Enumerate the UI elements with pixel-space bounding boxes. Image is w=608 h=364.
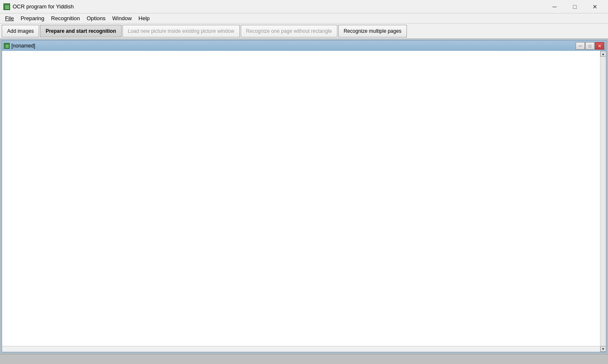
mdi-title-left: [nonamed] bbox=[4, 43, 35, 49]
scrollbar-right[interactable]: ▲ ▼ bbox=[600, 51, 606, 352]
mdi-title-bar: [nonamed] ─ □ ✕ bbox=[2, 41, 606, 51]
recognize-multiple-button[interactable]: Recognize multiple pages bbox=[338, 25, 407, 37]
mdi-window-controls: ─ □ ✕ bbox=[576, 42, 604, 50]
scroll-down-arrow[interactable]: ▼ bbox=[600, 346, 606, 352]
recognize-one-page-button[interactable]: Recognize one page without rectangle bbox=[241, 25, 337, 37]
mdi-restore-button[interactable]: □ bbox=[585, 42, 595, 50]
mdi-window-title: [nonamed] bbox=[11, 43, 35, 49]
mdi-close-button[interactable]: ✕ bbox=[595, 42, 604, 50]
close-button[interactable]: ✕ bbox=[585, 1, 605, 13]
menu-help[interactable]: Help bbox=[135, 14, 153, 22]
maximize-button[interactable]: □ bbox=[565, 1, 584, 13]
prepare-start-button[interactable]: Prepare and start recognition bbox=[40, 25, 121, 37]
menu-window[interactable]: Window bbox=[109, 14, 135, 22]
title-bar-left: OCR program for Yiddish bbox=[3, 3, 74, 10]
mdi-minimize-button[interactable]: ─ bbox=[576, 42, 585, 50]
mdi-content: ▲ ▼ bbox=[2, 51, 606, 352]
menu-recognition[interactable]: Recognition bbox=[48, 14, 83, 22]
mdi-window-icon bbox=[4, 43, 10, 49]
toolbar: Add images Prepare and start recognition… bbox=[0, 24, 608, 39]
menu-bar: File Preparing Recognition Options Windo… bbox=[0, 13, 608, 24]
menu-preparing[interactable]: Preparing bbox=[17, 14, 48, 22]
mdi-window: [nonamed] ─ □ ✕ ▲ ▼ bbox=[2, 40, 606, 352]
scroll-up-arrow[interactable]: ▲ bbox=[600, 51, 606, 57]
title-bar: OCR program for Yiddish ─ □ ✕ bbox=[0, 0, 608, 13]
scroll-track-right[interactable] bbox=[600, 57, 606, 346]
title-bar-controls: ─ □ ✕ bbox=[545, 1, 605, 13]
app-title: OCR program for Yiddish bbox=[13, 3, 74, 10]
menu-options[interactable]: Options bbox=[83, 14, 109, 22]
load-new-picture-button[interactable]: Load new picture inside existing picture… bbox=[122, 25, 240, 37]
status-bar bbox=[0, 354, 608, 364]
menu-file[interactable]: File bbox=[2, 14, 17, 22]
main-area: [nonamed] ─ □ ✕ ▲ ▼ bbox=[0, 39, 608, 354]
minimize-button[interactable]: ─ bbox=[545, 1, 564, 13]
scrollbar-bottom[interactable] bbox=[2, 346, 600, 352]
app-icon bbox=[3, 3, 10, 10]
add-images-button[interactable]: Add images bbox=[2, 25, 39, 37]
